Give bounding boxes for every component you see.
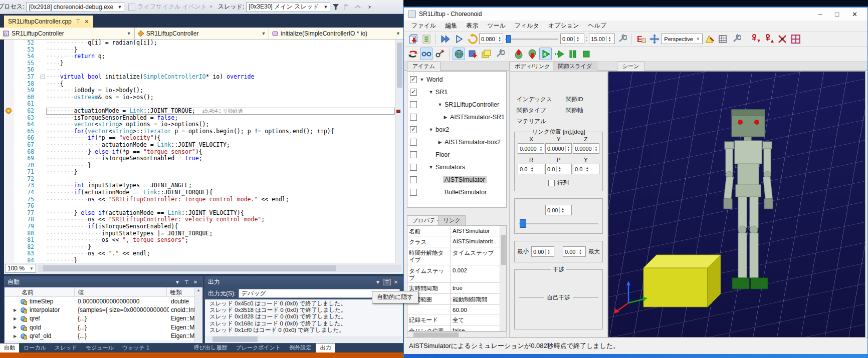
tab-link[interactable]: リンク xyxy=(438,215,466,225)
bottom-tab-自動[interactable]: 自動 xyxy=(0,343,19,352)
indicator-margin[interactable] xyxy=(4,53,14,60)
indicator-margin[interactable] xyxy=(4,135,14,142)
expander-icon[interactable]: ▶ xyxy=(14,334,19,338)
property-row[interactable]: タイムステップ0.002 xyxy=(407,265,506,283)
indicator-margin[interactable] xyxy=(4,169,14,176)
item-checkbox[interactable] xyxy=(410,176,417,183)
min-spinbox[interactable]: 0.00▲▼ xyxy=(531,246,554,257)
indicator-margin[interactable] xyxy=(4,203,14,210)
flip-model-icon[interactable] xyxy=(406,48,419,60)
tree-item-AISTSimulator-SR1[interactable]: ▶AISTSimulator-SR1 xyxy=(407,111,506,123)
world-upload-icon[interactable] xyxy=(512,48,525,60)
property-horizontal-scrollbar[interactable] xyxy=(407,331,507,337)
world-globe-icon[interactable] xyxy=(453,48,465,60)
spin-buttons[interactable]: ▲▼ xyxy=(529,166,535,172)
bottom-tab-ローカル[interactable]: ローカル xyxy=(20,343,50,352)
document-tab[interactable]: SR1LiftupController.cpp ⊤ ✕ xyxy=(4,16,93,28)
navbar-project-dropdown[interactable]: {} SR1LiftupController▼ xyxy=(0,28,135,39)
thread-combo[interactable]: [0x3E30] メイン スレッド▼ xyxy=(246,2,330,12)
inverse-kinematics-icon[interactable] xyxy=(433,48,446,60)
max-spinbox[interactable]: 0.00▲▼ xyxy=(563,246,586,257)
indicator-margin[interactable] xyxy=(4,128,14,135)
body-motion-icon[interactable] xyxy=(749,33,762,45)
editor-vertical-scrollbar[interactable] xyxy=(395,40,403,263)
column-name[interactable]: 名前 xyxy=(5,287,75,296)
scrollbar-thumb[interactable] xyxy=(212,336,258,342)
item-checkbox[interactable] xyxy=(410,101,417,108)
tree-item-SR1LiftupController[interactable]: ▼SR1LiftupController xyxy=(407,98,506,111)
indicator-margin[interactable] xyxy=(4,250,14,257)
tree-item-box2[interactable]: ▼box2 xyxy=(407,123,506,136)
indicator-margin[interactable] xyxy=(4,237,14,244)
watch-row[interactable]: ▶qold{...}Eigen::Mat xyxy=(5,323,202,331)
save-project-icon[interactable] xyxy=(406,33,419,45)
menu-オプション[interactable]: オプション xyxy=(544,22,583,30)
property-row[interactable]: 記録モード全て xyxy=(407,314,506,325)
expander-icon[interactable]: ▶ xyxy=(437,140,443,145)
joint-slider[interactable] xyxy=(519,219,598,228)
menu-フィルタ[interactable]: フィルタ xyxy=(510,22,544,30)
code-line[interactable]: 65········for(vector<string>::iterator p… xyxy=(4,128,395,135)
item-checkbox[interactable] xyxy=(410,114,417,121)
scene-3d-view[interactable] xyxy=(608,71,865,337)
code-line[interactable]: 73········int inputStateTypes = JOINT_AN… xyxy=(4,182,395,189)
indicator-margin[interactable] xyxy=(4,210,14,217)
spin-buttons[interactable]: ▲▼ xyxy=(565,146,571,152)
menu-編集[interactable]: 編集 xyxy=(441,22,462,30)
pin-icon[interactable]: ⊤ xyxy=(182,279,190,285)
indicator-margin[interactable] xyxy=(4,67,14,74)
pose-frame-icon[interactable] xyxy=(790,33,802,45)
matrix-checkbox[interactable]: 行列 xyxy=(515,177,602,191)
property-row[interactable]: クラスAISTSimulatorIt.. xyxy=(407,236,506,247)
close-icon[interactable]: ✕ xyxy=(392,279,400,285)
indicator-margin[interactable] xyxy=(4,176,14,183)
spin-buttons[interactable]: ▲▼ xyxy=(538,146,544,152)
scene-config-wrench-icon[interactable] xyxy=(730,33,743,45)
code-line[interactable]: 83············os << "." << endl; xyxy=(4,250,395,257)
output-panel-header[interactable]: 出力 ▼ ⊤ ✕ xyxy=(205,277,403,287)
pause-simulation-icon[interactable] xyxy=(566,48,579,60)
collapse-icon[interactable]: − xyxy=(41,75,45,79)
indicator-margin[interactable] xyxy=(4,155,14,162)
code-line[interactable]: 53········} xyxy=(4,47,395,54)
tree-item-World[interactable]: ▼World xyxy=(407,73,506,86)
bottom-tab-ブレークポイント[interactable]: ブレークポイント xyxy=(232,343,285,352)
expander-icon[interactable]: ▼ xyxy=(428,127,434,132)
timestep-spinbox[interactable]: 0.080▲▼ xyxy=(479,34,503,44)
item-checkbox[interactable] xyxy=(410,89,417,96)
tree-item-Floor[interactable]: Floor xyxy=(407,148,506,161)
code-line[interactable]: 68············} else if(*p == "torque_se… xyxy=(4,149,395,156)
code-line[interactable]: 60········ostream& os = io->os(); xyxy=(4,94,395,101)
code-line[interactable]: 67················actuationMode = Link::… xyxy=(4,142,395,149)
code-line[interactable]: 76 xyxy=(4,203,395,210)
code-line[interactable]: 74········if(actuationMode == Link::JOIN… xyxy=(4,189,395,196)
auto-hide-pin-icon[interactable]: ⊤ xyxy=(383,279,391,285)
autos-panel-header[interactable]: 自動 ▼ ⊤ ✕ xyxy=(5,277,202,287)
expander-icon[interactable]: ▶ xyxy=(14,316,19,321)
toolbar-overflow-icon[interactable]: ⁚▾ xyxy=(364,3,373,12)
start-simulation-icon[interactable]: S xyxy=(539,48,552,60)
fast-forward-play-icon[interactable] xyxy=(439,33,452,45)
indicator-margin[interactable] xyxy=(4,196,14,203)
code-line[interactable]: 75············os << "SR1LiftupController… xyxy=(4,196,395,203)
play-icon[interactable] xyxy=(453,33,465,45)
code-line[interactable]: 55····} xyxy=(4,60,395,67)
indicator-margin[interactable] xyxy=(4,142,14,149)
indicator-margin[interactable] xyxy=(4,149,14,156)
expander-icon[interactable]: ▶ xyxy=(14,325,19,329)
indicator-margin[interactable] xyxy=(4,230,14,237)
code-line[interactable]: 84········} xyxy=(4,257,395,263)
indicator-margin[interactable] xyxy=(4,74,14,81)
body-motion-alt-icon[interactable] xyxy=(763,33,775,45)
menu-ツール[interactable]: ツール xyxy=(483,22,510,30)
property-row[interactable]: 実時間同期true xyxy=(407,283,506,293)
tab-scene[interactable]: シーン xyxy=(617,62,645,71)
code-line[interactable]: 66············if(*p == "velocity"){ xyxy=(4,135,395,142)
indicator-margin[interactable] xyxy=(4,182,14,189)
item-checkbox[interactable] xyxy=(410,126,417,133)
property-vertical-scrollbar[interactable] xyxy=(500,226,506,331)
filter-funnel-icon[interactable] xyxy=(331,3,340,12)
layers-icon[interactable] xyxy=(480,48,492,60)
code-line[interactable]: 57−····virtual bool initialize(SimpleCon… xyxy=(4,74,395,81)
menu-ファイル[interactable]: ファイル xyxy=(407,22,441,30)
